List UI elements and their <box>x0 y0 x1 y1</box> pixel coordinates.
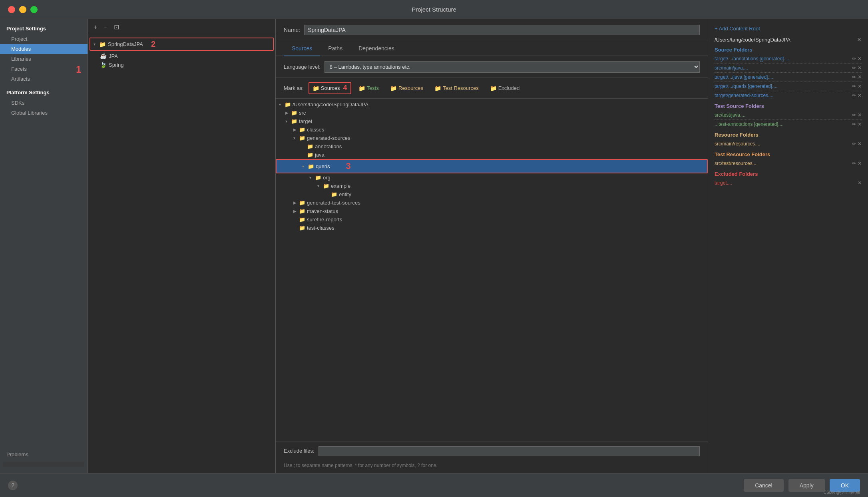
file-tree-item-maven-status[interactable]: ▶ 📁 maven-status <box>276 207 708 215</box>
bottom-bar: ? Cancel Apply OK <box>0 473 868 497</box>
edit-source-folder-1[interactable]: ✏ <box>852 56 856 62</box>
test-source-folder-item-1: src/test/java.... ✏ ✕ <box>715 111 862 119</box>
sidebar-item-problems[interactable]: Problems <box>0 449 88 459</box>
content-area: Name: Sources Paths Dependencies Languag… <box>276 19 708 473</box>
tab-paths[interactable]: Paths <box>320 41 350 56</box>
remove-source-folder-2[interactable]: ✕ <box>858 65 862 71</box>
annotation-3: 3 <box>346 161 350 171</box>
edit-resource-folder-1[interactable]: ✏ <box>852 141 856 147</box>
source-folder-item-5: target/generated-sources.... ✏ ✕ <box>715 92 862 99</box>
remove-test-folder-1[interactable]: ✕ <box>858 112 862 118</box>
sidebar-item-modules[interactable]: Modules <box>0 44 88 54</box>
module-item-spring[interactable]: 🍃 Spring <box>88 60 275 69</box>
mark-as-label: Mark as: <box>284 85 304 91</box>
edit-test-resource-folder-1[interactable]: ✏ <box>852 161 856 166</box>
test-resources-icon: 📁 <box>434 85 441 91</box>
file-tree-item-test-classes[interactable]: 📁 test-classes <box>276 224 708 232</box>
remove-resource-folder-1[interactable]: ✕ <box>858 141 862 147</box>
apply-button[interactable]: Apply <box>788 479 825 492</box>
middle-toolbar: + − ⊡ <box>88 19 275 35</box>
edit-source-folder-3[interactable]: ✏ <box>852 74 856 80</box>
tests-icon: 📁 <box>358 85 365 91</box>
test-source-folder-item-2: ...test-annotations [generated].... ✏ ✕ <box>715 121 862 128</box>
close-content-root-button[interactable]: ✕ <box>857 36 862 43</box>
main-layout: Project Settings Project Modules Librari… <box>0 19 868 473</box>
edit-test-folder-1[interactable]: ✏ <box>852 112 856 118</box>
test-resource-title: Test Resource Folders <box>715 151 862 157</box>
help-button[interactable]: ? <box>8 481 18 490</box>
remove-source-folder-4[interactable]: ✕ <box>858 83 862 89</box>
maximize-button[interactable] <box>30 6 38 13</box>
module-item-jpa[interactable]: ☕ JPA <box>88 52 275 60</box>
file-tree-item-src[interactable]: ▶ 📁 src <box>276 109 708 117</box>
module-tree: ▾ 📁 SpringDataJPA 2 ☕ JPA 🍃 Spring <box>88 35 275 473</box>
project-settings-section: Project Settings <box>0 23 88 34</box>
sidebar-item-project[interactable]: Project <box>0 34 88 44</box>
mark-sources-button[interactable]: 📁 Sources 4 <box>309 82 351 94</box>
file-tree-item-entity[interactable]: 📁 entity <box>276 190 708 199</box>
sidebar-item-facets[interactable]: Facets <box>0 64 88 74</box>
name-input[interactable] <box>304 25 700 35</box>
platform-settings-section: Platform Settings <box>0 87 88 98</box>
edit-source-folder-4[interactable]: ✏ <box>852 83 856 89</box>
test-source-title: Test Source Folders <box>715 103 862 109</box>
edit-test-folder-2[interactable]: ✏ <box>852 121 856 127</box>
file-tree-item-annotations[interactable]: 📁 annotations <box>276 142 708 151</box>
source-folder-item-3: target/.../java [generated].... ✏ ✕ <box>715 74 862 81</box>
mark-resources-button[interactable]: 📁 Resources <box>386 83 427 93</box>
title-bar: Project Structure <box>0 0 868 19</box>
mark-tests-button[interactable]: 📁 Tests <box>354 83 383 93</box>
remove-test-resource-folder-1[interactable]: ✕ <box>858 161 862 166</box>
add-content-root-button[interactable]: + Add Content Root <box>715 26 760 32</box>
window-controls[interactable] <box>8 6 38 13</box>
add-content-root-row: + Add Content Root <box>715 26 862 32</box>
file-tree-item-surefire-reports[interactable]: 📁 surefire-reports <box>276 215 708 224</box>
cancel-button[interactable]: Cancel <box>744 479 784 492</box>
close-button[interactable] <box>8 6 15 13</box>
tabs-row: Sources Paths Dependencies <box>276 41 708 56</box>
tab-sources[interactable]: Sources <box>284 41 320 56</box>
add-button[interactable]: + <box>92 23 99 32</box>
remove-button[interactable]: − <box>102 23 109 32</box>
sidebar-item-sdks[interactable]: SDKs <box>0 98 88 108</box>
file-tree-item-example[interactable]: ▾ 📁 example <box>276 182 708 190</box>
sidebar-item-artifacts[interactable]: Artifacts <box>0 74 88 84</box>
file-tree-item-target[interactable]: ▾ 📁 target <box>276 117 708 125</box>
resources-icon: 📁 <box>390 85 397 91</box>
remove-source-folder-3[interactable]: ✕ <box>858 74 862 80</box>
minimize-button[interactable] <box>19 6 26 13</box>
file-tree-item-generated-sources[interactable]: ▾ 📁 generated-sources <box>276 134 708 142</box>
exclude-input[interactable] <box>319 446 700 456</box>
module-item-springdatajpa[interactable]: ▾ 📁 SpringDataJPA 2 <box>90 38 274 51</box>
remove-source-folder-5[interactable]: ✕ <box>858 93 862 98</box>
remove-source-folder-1[interactable]: ✕ <box>858 56 862 62</box>
language-level-select[interactable]: 8 – Lambdas, type annotations etc. <box>325 61 700 73</box>
file-tree-item-queris[interactable]: ▾ 📁 queris 3 <box>276 159 708 173</box>
source-folder-item-2: src/main/java.... ✏ ✕ <box>715 64 862 72</box>
edit-source-folder-2[interactable]: ✏ <box>852 65 856 71</box>
language-level-label: Language level: <box>284 64 321 70</box>
remove-test-folder-2[interactable]: ✕ <box>858 121 862 127</box>
remove-excluded-folder-1[interactable]: ✕ <box>858 180 862 186</box>
edit-source-folder-5[interactable]: ✏ <box>852 93 856 98</box>
sidebar: Project Settings Project Modules Librari… <box>0 19 88 473</box>
excluded-title: Excluded Folders <box>715 171 862 177</box>
file-tree-item-org[interactable]: ▾ 📁 org <box>276 173 708 182</box>
file-tree-item-classes[interactable]: ▶ 📁 classes <box>276 125 708 134</box>
mark-excluded-button[interactable]: 📁 Excluded <box>486 83 524 93</box>
mark-test-resources-button[interactable]: 📁 Test Resources <box>430 83 483 93</box>
exclude-label: Exclude files: <box>284 446 315 454</box>
copy-button[interactable]: ⊡ <box>112 22 121 32</box>
sidebar-item-libraries[interactable]: Libraries <box>0 54 88 64</box>
file-tree-item-java[interactable]: 📁 java <box>276 151 708 159</box>
file-tree-item-root[interactable]: ▾ 📁 /Users/tang/code/SpringDataJPA <box>276 100 708 109</box>
file-tree: ▾ 📁 /Users/tang/code/SpringDataJPA ▶ 📁 s… <box>276 99 708 441</box>
source-folder-item-1: target/.../annotations [generated].... ✏… <box>715 55 862 62</box>
file-tree-item-gen-test-sources[interactable]: ▶ 📁 generated-test-sources <box>276 199 708 207</box>
test-resource-folder-item-1: src/test/resources.... ✏ ✕ <box>715 160 862 167</box>
sidebar-item-global-libraries[interactable]: Global Libraries <box>0 108 88 118</box>
exclude-row: Exclude files: <box>276 441 708 461</box>
window-title: Project Structure <box>412 6 456 13</box>
tab-dependencies[interactable]: Dependencies <box>350 41 402 56</box>
name-label: Name: <box>284 27 300 33</box>
